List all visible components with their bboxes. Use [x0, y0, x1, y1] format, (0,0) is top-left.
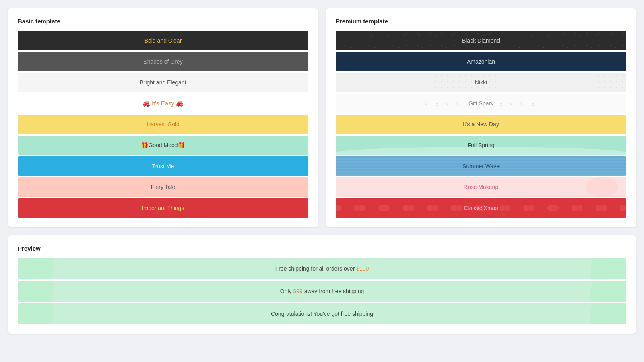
templates-row: Basic template Bold and Clear Shades of …	[8, 8, 636, 227]
template-summer-wave[interactable]: Summer Wave	[336, 156, 626, 176]
preview-item-away-from: Only $99 away from free shipping	[18, 281, 626, 302]
template-important-things[interactable]: Important Things	[18, 198, 308, 218]
template-rose-makeup[interactable]: Rose Makeup	[336, 177, 626, 197]
template-classic-xmas[interactable]: Classic Xmas	[336, 198, 626, 218]
template-amazonian[interactable]: Amazonian	[336, 52, 626, 71]
basic-template-card: Basic template Bold and Clear Shades of …	[8, 8, 318, 227]
template-its-easy[interactable]: 🚒 It's Easy 🚒	[18, 94, 308, 113]
template-good-mood[interactable]: 🎁Good Mood🎁	[18, 136, 308, 155]
preview-list: Free shipping for all orders over $100 O…	[18, 258, 626, 324]
template-shades-grey[interactable]: Shades of Grey	[18, 52, 308, 71]
preview-card: Preview Free shipping for all orders ove…	[8, 235, 636, 334]
preview-text-free-shipping: Free shipping for all orders over $100	[275, 265, 369, 272]
template-black-diamond[interactable]: Black Diamond	[336, 31, 626, 50]
preview-highlight-99: $99	[293, 288, 302, 294]
template-trust-me[interactable]: Trust Me	[18, 156, 308, 176]
template-bold-clear[interactable]: Bold and Clear	[18, 31, 308, 50]
template-nikki[interactable]: Nikki	[336, 73, 626, 92]
template-bright-elegant[interactable]: Bright and Elegant	[18, 73, 308, 92]
template-harvest-gold[interactable]: Harvest Gold	[18, 115, 308, 134]
template-its-new-day[interactable]: It's a New Day	[336, 115, 626, 134]
preview-text-away-from: Only $99 away from free shipping	[280, 288, 364, 294]
basic-template-title: Basic template	[18, 18, 308, 25]
preview-text-congrats: Congratulations! You've got free shippin…	[271, 311, 373, 317]
preview-item-free-shipping: Free shipping for all orders over $100	[18, 258, 626, 279]
preview-title: Preview	[18, 245, 626, 252]
template-full-spring[interactable]: Full Spring	[336, 136, 626, 155]
premium-template-list: Black Diamond Amazonian Nikki Gift Spark…	[336, 31, 626, 218]
preview-item-congrats: Congratulations! You've got free shippin…	[18, 303, 626, 324]
template-gift-spark[interactable]: Gift Spark	[336, 94, 626, 113]
basic-template-list: Bold and Clear Shades of Grey Bright and…	[18, 31, 308, 218]
preview-highlight-100: $100	[356, 265, 369, 272]
premium-template-card: Premium template Black Diamond Amazonian…	[326, 8, 636, 227]
premium-template-title: Premium template	[336, 18, 626, 25]
template-fairy-tale[interactable]: Fairy Tale	[18, 177, 308, 197]
